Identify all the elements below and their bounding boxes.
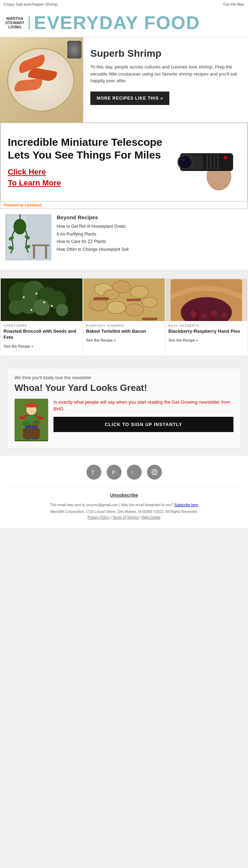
svg-point-30 — [9, 300, 23, 314]
broccoli-icon — [1, 278, 83, 321]
hero-title: Superb Shrimp — [90, 48, 241, 59]
beyond-content: Beyond Recipes How to Get Rid of Housepl… — [0, 209, 248, 266]
beyond-link-4[interactable]: How Often to Change Houseplant Soil — [57, 247, 243, 253]
svg-point-7 — [224, 156, 227, 160]
pie-icon — [165, 278, 247, 321]
svg-rect-20 — [32, 244, 50, 246]
svg-point-32 — [23, 296, 25, 298]
svg-point-15 — [13, 219, 26, 234]
svg-rect-61 — [27, 403, 35, 407]
recipe-name-3: Blackberry-Raspberry Hand Pies — [168, 328, 244, 335]
svg-rect-71 — [23, 429, 40, 439]
list-item: How Often to Change Houseplant Soil — [57, 247, 243, 253]
svg-point-6 — [182, 159, 185, 161]
top-bar: Crispy Salt-and-Pepper Shrimp Get the Ma… — [0, 0, 248, 9]
more-recipes-button[interactable]: MORE RECIPES LIKE THIS » — [90, 92, 169, 105]
recipe-link-1[interactable]: See the Recipe » — [4, 344, 33, 348]
privacy-policy-link[interactable]: Privacy Policy — [88, 515, 109, 519]
recipe-category-1: APPETIZERS — [4, 324, 80, 327]
telescope-icon — [173, 134, 237, 190]
plant-image — [5, 214, 51, 260]
svg-rect-46 — [94, 297, 109, 300]
help-center-link[interactable]: Help Center — [142, 515, 160, 519]
recipe-card-2: EVERYDAY DINNERS Baked Tortellini with B… — [83, 278, 165, 355]
recipe-image-3 — [165, 278, 247, 321]
terms-of-service-link[interactable]: Terms of Service — [112, 515, 139, 519]
beyond-links-section: Beyond Recipes How to Get Rid of Housepl… — [57, 214, 243, 260]
divider — [0, 271, 248, 271]
brand-name: MARTHA STEWART LIVING — [5, 16, 30, 29]
top-bar-right[interactable]: Get the Mac — [223, 2, 244, 6]
facebook-icon[interactable]: f — [86, 465, 101, 480]
svg-point-5 — [180, 157, 190, 167]
newsletter-text-block: Is exactly what people will say when you… — [53, 399, 233, 432]
publication-name: EVERYDAY FOOD — [34, 12, 200, 33]
newsletter-signup-button[interactable]: CLICK TO SIGN UP INSTANTLY — [53, 417, 233, 432]
recipe-category-2: EVERYDAY DINNERS — [86, 324, 162, 327]
ad-section: Incredible Miniature Telescope Lets You … — [0, 123, 248, 201]
newsletter-body: Is exactly what people will say when you… — [53, 399, 233, 413]
ad-link[interactable]: Click Here To Learn More — [8, 167, 169, 189]
pinterest-icon[interactable]: P — [107, 465, 122, 480]
garden-person-image — [15, 399, 48, 441]
svg-point-57 — [222, 313, 227, 317]
recipe-image-1 — [1, 278, 83, 321]
svg-point-28 — [33, 299, 50, 316]
beyond-link-2[interactable]: 8 Air-Purifying Plants — [57, 232, 243, 237]
social-section: f P t Unsubscribe This email was sent to… — [0, 456, 248, 528]
hero-content: Superb Shrimp To this day, people across… — [83, 37, 248, 122]
hero-text: To this day, people across cultures and … — [90, 63, 241, 84]
svg-text:P: P — [112, 469, 115, 475]
svg-point-43 — [125, 304, 143, 316]
recipes-section: APPETIZERS Roasted Broccoli with Seeds a… — [0, 273, 248, 361]
svg-rect-48 — [142, 317, 157, 320]
newsletter-box: We think you'll totally love this newsle… — [7, 368, 241, 449]
svg-point-74 — [22, 421, 30, 426]
list-item: How to Care for ZZ Plants — [57, 239, 243, 245]
recipe-card-3: EASY DESSERTS Blackberry-Raspberry Hand … — [165, 278, 247, 355]
list-item: How to Get Rid of Houseplant Gnats — [57, 224, 243, 230]
svg-rect-69 — [19, 416, 24, 419]
hero-section: Superb Shrimp To this day, people across… — [0, 37, 248, 122]
beyond-link-1[interactable]: How to Get Rid of Houseplant Gnats — [57, 224, 243, 230]
svg-rect-10 — [214, 154, 215, 170]
powered-by: Powered by LiveIntent — [0, 201, 248, 209]
top-bar-left[interactable]: Crispy Salt-and-Pepper Shrimp — [4, 2, 57, 6]
unsubscribe-link[interactable]: Unsubscribe — [9, 492, 239, 498]
svg-point-36 — [30, 309, 33, 311]
svg-rect-22 — [45, 246, 47, 259]
recipes-grid: APPETIZERS Roasted Broccoli with Seeds a… — [1, 273, 247, 361]
footer-address: Meredith Corporation, 1716 Locust Street… — [9, 510, 239, 514]
recipe-link-2[interactable]: See the Recipe » — [86, 338, 116, 342]
ad-title: Incredible Miniature Telescope Lets You … — [8, 136, 169, 161]
footer-email: This email was sent to xxxxxxx@gmail.com… — [9, 503, 239, 507]
svg-point-81 — [156, 470, 156, 471]
svg-point-34 — [43, 301, 45, 303]
ad-container: Incredible Miniature Telescope Lets You … — [0, 122, 248, 209]
person-garden-icon — [15, 399, 48, 441]
svg-rect-8 — [207, 154, 208, 170]
recipe-link-3[interactable]: See the Recipe » — [168, 338, 198, 342]
subscribe-here-link[interactable]: Subscribe here — [174, 503, 198, 507]
svg-rect-21 — [33, 246, 35, 259]
beyond-link-3[interactable]: How to Care for ZZ Plants — [57, 239, 243, 245]
svg-point-35 — [51, 305, 53, 307]
recipe-card-content-2: EVERYDAY DINNERS Baked Tortellini with B… — [83, 321, 165, 346]
tortellini-icon — [83, 278, 165, 321]
svg-point-31 — [56, 304, 68, 316]
social-icons-row: f P t — [9, 465, 239, 480]
twitter-icon[interactable]: t — [127, 465, 142, 480]
svg-rect-47 — [126, 299, 141, 301]
instagram-icon[interactable] — [147, 465, 162, 480]
svg-rect-9 — [210, 154, 212, 170]
newsletter-section: We think you'll totally love this newsle… — [0, 361, 248, 456]
svg-point-55 — [201, 314, 206, 319]
divider-line — [9, 487, 239, 487]
recipe-card-content-1: APPETIZERS Roasted Broccoli with Seeds a… — [1, 321, 83, 352]
svg-point-42 — [107, 301, 125, 314]
svg-point-54 — [191, 311, 197, 317]
svg-point-44 — [142, 297, 157, 308]
svg-point-80 — [153, 471, 156, 473]
ad-right — [169, 134, 240, 190]
beyond-section: Beyond Recipes How to Get Rid of Housepl… — [0, 209, 248, 269]
